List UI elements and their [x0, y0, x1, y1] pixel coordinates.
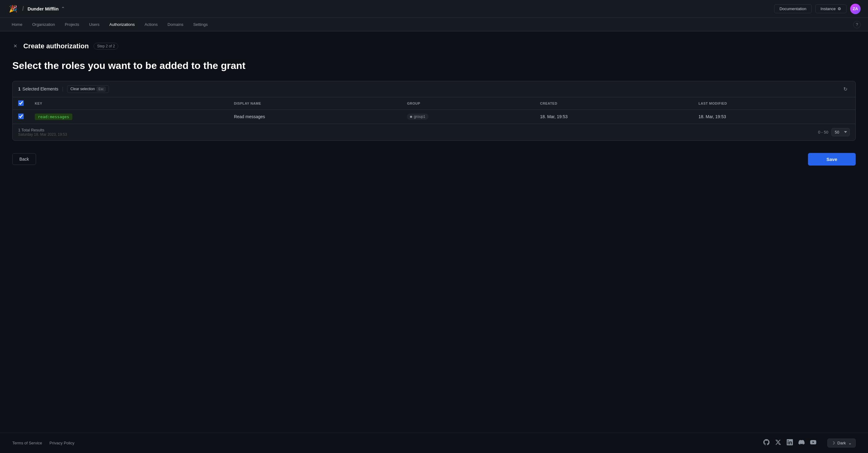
col-display-name: Display Name: [228, 97, 402, 110]
topbar: 🎉 / Dunder Mifflin ⌃ Documentation Insta…: [0, 0, 868, 18]
group-name: group1: [414, 115, 425, 119]
col-last-modified: Last Modified: [693, 97, 856, 110]
col-created: Created: [535, 97, 693, 110]
step-badge: Step 2 of 2: [94, 43, 118, 50]
pagination-info: 0 - 50: [818, 130, 828, 134]
table-row: read:messages Read messages group1 18. M…: [12, 109, 856, 124]
display-name-value: Read messages: [234, 114, 265, 119]
last-modified-value: 18. Mar, 19:53: [699, 114, 726, 119]
terms-of-service-link[interactable]: Terms of Service: [12, 441, 42, 445]
subnav: Home Organization Projects Users Authori…: [0, 18, 868, 31]
page-header: × Create authorization Step 2 of 2: [12, 41, 856, 51]
breadcrumb-slash: /: [22, 5, 24, 12]
nav-item-organization[interactable]: Organization: [28, 20, 59, 29]
row-group-cell: group1: [401, 109, 534, 124]
row-display-name-cell: Read messages: [228, 109, 402, 124]
instance-button[interactable]: Instance ⚙: [815, 4, 846, 13]
table-toolbar: 1 Selected Elements | Clear selection Es…: [12, 81, 856, 97]
close-button[interactable]: ×: [12, 41, 19, 51]
row-key-cell: read:messages: [29, 109, 228, 124]
avatar[interactable]: ZA: [850, 4, 861, 14]
selected-number: 1: [18, 87, 21, 91]
org-name: Dunder Mifflin: [28, 6, 59, 11]
nav-item-home[interactable]: Home: [7, 20, 27, 29]
row-last-modified-cell: 18. Mar, 19:53: [693, 109, 856, 124]
col-group: Group: [401, 97, 534, 110]
created-value: 18. Mar, 19:53: [540, 114, 568, 119]
table-header-row: Key Display Name Group Created Last Modi…: [12, 97, 856, 110]
main-content: × Create authorization Step 2 of 2 Selec…: [0, 31, 868, 433]
nav-item-users[interactable]: Users: [85, 20, 104, 29]
help-button[interactable]: ?: [853, 21, 861, 28]
selected-label: Selected Elements: [23, 87, 59, 91]
group-badge: group1: [407, 114, 428, 120]
select-all-checkbox[interactable]: [18, 100, 24, 106]
toolbar-divider: |: [62, 86, 63, 92]
total-results: 1 Total Results: [18, 128, 67, 132]
back-button[interactable]: Back: [12, 153, 36, 165]
nav-item-authorizations[interactable]: Authorizations: [105, 20, 139, 29]
row-checkbox[interactable]: [18, 114, 24, 119]
per-page-select[interactable]: 10 25 50 100: [831, 128, 850, 136]
roles-table: Key Display Name Group Created Last Modi…: [12, 97, 856, 124]
col-key: Key: [29, 97, 228, 110]
github-icon[interactable]: [763, 439, 770, 447]
nav-item-settings[interactable]: Settings: [189, 20, 212, 29]
moon-icon: ☽: [831, 441, 835, 445]
results-info: 1 Total Results Saturday 18. Mar 2023, 1…: [18, 128, 67, 137]
documentation-button[interactable]: Documentation: [774, 4, 811, 13]
theme-toggle-button[interactable]: ☽ Dark ⌄: [827, 439, 856, 448]
topbar-right: Documentation Instance ⚙ ZA: [774, 4, 861, 14]
youtube-icon[interactable]: [810, 439, 816, 447]
page-title: Create authorization: [23, 42, 89, 50]
row-created-cell: 18. Mar, 19:53: [535, 109, 693, 124]
col-checkbox: [12, 97, 29, 110]
gear-icon: ⚙: [838, 6, 841, 11]
esc-badge: Esc: [97, 87, 105, 91]
page-footer: Terms of Service Privacy Policy ☽ Dark ⌄: [0, 433, 868, 453]
row-checkbox-cell[interactable]: [12, 109, 29, 124]
selected-count: 1 Selected Elements: [18, 87, 59, 91]
section-heading: Select the roles you want to be added to…: [12, 59, 856, 72]
footer-links: Terms of Service Privacy Policy: [12, 441, 74, 445]
results-date: Saturday 18. Mar 2023, 19:53: [18, 132, 67, 137]
privacy-policy-link[interactable]: Privacy Policy: [50, 441, 74, 445]
clear-selection-label: Clear selection: [70, 87, 95, 91]
logo-icon: 🎉: [7, 3, 19, 14]
chevron-down-icon: ⌄: [848, 441, 852, 445]
logo-area: 🎉 / Dunder Mifflin ⌃: [7, 3, 65, 14]
key-badge: read:messages: [35, 114, 72, 120]
footer-icons: ☽ Dark ⌄: [763, 439, 856, 448]
theme-label: Dark: [838, 441, 846, 445]
nav-item-domains[interactable]: Domains: [163, 20, 187, 29]
actions-bar: Back Save: [12, 153, 856, 166]
nav-item-projects[interactable]: Projects: [60, 20, 84, 29]
instance-label: Instance: [820, 6, 836, 11]
refresh-button[interactable]: ↻: [841, 85, 850, 93]
twitter-icon[interactable]: [775, 439, 781, 447]
table-footer: 1 Total Results Saturday 18. Mar 2023, 1…: [12, 124, 856, 140]
roles-table-panel: 1 Selected Elements | Clear selection Es…: [12, 81, 856, 141]
clear-selection-button[interactable]: Clear selection Esc: [67, 85, 109, 93]
save-button[interactable]: Save: [808, 153, 856, 166]
org-switcher-button[interactable]: ⌃: [61, 6, 65, 12]
nav-item-actions[interactable]: Actions: [141, 20, 162, 29]
group-dot: [410, 116, 412, 118]
linkedin-icon[interactable]: [787, 439, 793, 447]
discord-icon[interactable]: [799, 439, 805, 447]
